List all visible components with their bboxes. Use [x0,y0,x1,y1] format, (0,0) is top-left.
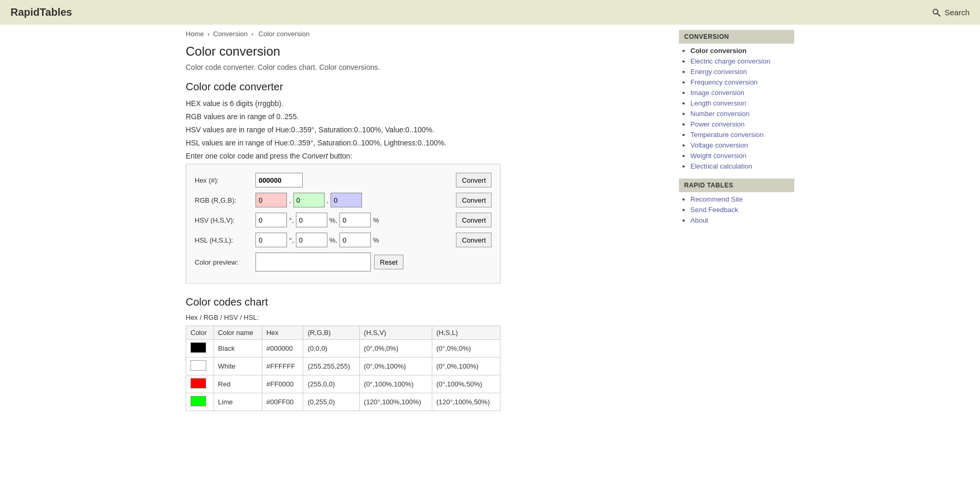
info-hsl: HSL values are in range of Hue:0..359°, … [186,138,668,149]
color-swatch [190,396,206,406]
hsv-convert-button[interactable]: Convert [456,213,492,227]
sidebar-conversion-heading: CONVERSION [679,30,794,44]
color-swatch-cell [186,358,214,375]
convert-italic: Convert [302,152,328,160]
sidebar-link-number-conversion[interactable]: Number conversion [690,110,750,118]
search-area[interactable]: Search [932,8,970,17]
hex-convert-button[interactable]: Convert [456,173,492,187]
breadcrumb-home[interactable]: Home [186,30,204,38]
sidebar-list-item: Number conversion [690,110,794,118]
header: RapidTables Search [0,0,980,25]
sidebar-link-send-feedback[interactable]: Send Feedback [690,206,738,214]
sidebar: CONVERSION Color conversionElectric char… [679,30,794,411]
svg-line-1 [938,13,940,16]
col-rgb: (R,G,B) [303,326,359,340]
reset-button[interactable]: Reset [374,255,403,269]
sidebar-list-item: Voltage conversion [690,141,794,149]
site-logo: RapidTables [10,6,72,18]
color-swatch-cell [186,393,214,411]
hsl-l-input[interactable] [339,233,371,247]
page-title: Color conversion [186,44,668,59]
rgb-b-input[interactable] [331,193,362,207]
color-swatch [190,360,206,371]
sidebar-link-energy-conversion[interactable]: Energy conversion [690,68,747,76]
color-preview-box [255,253,371,271]
color-swatch [190,378,206,389]
hsl-row: HSL (H,S,L): °, %, % Convert [195,233,492,247]
sidebar-link-color-conversion[interactable]: Color conversion [690,47,747,55]
breadcrumb-conversion[interactable]: Conversion [213,30,248,38]
sidebar-conversion-section: CONVERSION Color conversionElectric char… [679,30,794,170]
hsl-deg: °, [289,236,294,244]
table-row: White#FFFFFF(255,255,255)(0°,0%,100%)(0°… [186,358,500,375]
sidebar-list-item: Length conversion [690,99,794,107]
hsl-pct2: % [373,236,379,244]
hsl-inputs: °, %, % [255,233,453,247]
table-row: Red#FF0000(255,0,0)(0°,100%,100%)(0°,100… [186,375,500,393]
col-color: Color [186,326,214,340]
sidebar-rapid-tables-section: RAPID TABLES Recommend SiteSend Feedback… [679,179,794,224]
rgb-g-input[interactable] [293,193,325,207]
hex-input[interactable] [255,173,303,187]
main-container: Home › Conversion › Color conversion Col… [175,25,805,416]
sidebar-list-item: Electric charge conversion [690,57,794,65]
sidebar-list-item: Send Feedback [690,206,794,214]
sidebar-link-frequency-conversion[interactable]: Frequency conversion [690,78,758,86]
color-hex-cell: #00FF00 [262,393,303,411]
breadcrumb-current: Color conversion [259,30,310,38]
sidebar-list-item: Weight conversion [690,152,794,160]
sidebar-link-about[interactable]: About [690,216,708,224]
color-table: Color Color name Hex (R,G,B) (H,S,V) (H,… [186,326,500,411]
hsl-h-input[interactable] [255,233,287,247]
color-swatch-cell [186,340,214,358]
sidebar-link-electrical-calculation[interactable]: Electrical calculation [690,162,752,170]
sidebar-link-electric-charge-conversion[interactable]: Electric charge conversion [690,57,770,65]
search-label[interactable]: Search [944,8,970,17]
breadcrumb-sep2: › [251,30,255,38]
rgb-r-input[interactable] [255,193,287,207]
info-hsv: HSV values are in range of Hue:0..359°, … [186,124,668,135]
sidebar-link-temperature-conversion[interactable]: Temperature conversion [690,131,763,139]
sidebar-list-item: Temperature conversion [690,131,794,139]
color-hsv-cell: (0°,100%,100%) [359,375,432,393]
rgb-label: RGB (R,G,B): [195,196,252,204]
hsv-pct2: % [373,216,379,224]
hsl-s-input[interactable] [296,233,327,247]
converter-section-title: Color code converter [186,81,668,93]
color-name-cell: White [214,358,262,375]
hsv-v-input[interactable] [339,213,371,227]
sidebar-link-voltage-conversion[interactable]: Voltage conversion [690,141,748,149]
converter-box: Hex (#): Convert RGB (R,G,B): , , Conver… [186,164,500,284]
sidebar-list-item: Energy conversion [690,68,794,76]
color-hsl-cell: (120°,100%,50%) [432,393,500,411]
sidebar-list-item: Image conversion [690,89,794,97]
color-swatch [190,342,206,353]
sidebar-list-item: Frequency conversion [690,78,794,86]
hsl-pct1: %, [329,236,337,244]
rgb-comma2: , [327,196,329,204]
color-rgb-cell: (255,255,255) [303,358,359,375]
hsl-label: HSL (H,S,L): [195,236,252,244]
color-hsl-cell: (0°,0%,0%) [432,340,500,358]
hsv-h-input[interactable] [255,213,287,227]
hex-inputs [255,173,453,187]
sidebar-link-recommend-site[interactable]: Recommend Site [690,195,743,203]
sidebar-link-power-conversion[interactable]: Power conversion [690,120,744,128]
hsv-s-input[interactable] [296,213,327,227]
color-swatch-cell [186,375,214,393]
col-hsv: (H,S,V) [359,326,432,340]
color-rgb-cell: (0,255,0) [303,393,359,411]
content-area: Home › Conversion › Color conversion Col… [186,30,668,411]
sidebar-link-weight-conversion[interactable]: Weight conversion [690,152,747,160]
color-hsv-cell: (120°,100%,100%) [359,393,432,411]
rgb-row: RGB (R,G,B): , , Convert [195,193,492,207]
sidebar-link-length-conversion[interactable]: Length conversion [690,99,746,107]
sidebar-list-item: About [690,216,794,224]
page-description: Color code converter. Color codes chart.… [186,63,668,71]
color-rgb-cell: (255,0,0) [303,375,359,393]
breadcrumb: Home › Conversion › Color conversion [186,30,668,38]
hsl-convert-button[interactable]: Convert [456,233,492,247]
breadcrumb-sep1: › [207,30,211,38]
rgb-convert-button[interactable]: Convert [456,193,492,207]
sidebar-link-image-conversion[interactable]: Image conversion [690,89,744,97]
